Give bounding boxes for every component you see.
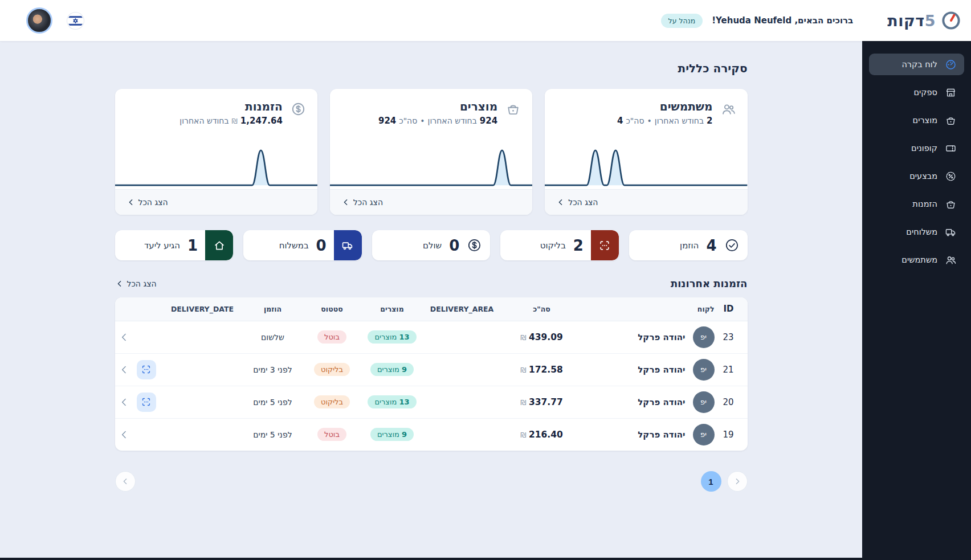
recent-orders-show-all-link[interactable]: הצג הכל	[115, 279, 157, 288]
pagination-pages: 1	[701, 471, 748, 492]
pagination-next-button[interactable]	[727, 471, 748, 492]
customer-name: יהודה פרקל	[638, 332, 685, 342]
ticket-icon	[945, 142, 957, 154]
separator-dot: •	[647, 116, 652, 125]
row-chevron-button[interactable]	[119, 397, 130, 408]
chevron-left-icon	[127, 198, 136, 207]
row-chevron-button[interactable]	[119, 332, 130, 343]
table-row[interactable]: 23יפיהודה פרקל439.09 ₪13 מוצריםבוטלשלשום	[115, 321, 748, 353]
top-bar: 5דקות ברוכים הבאים, Yehuda Neufeld! מנהל…	[0, 0, 971, 41]
ordered-time: לפני 5 ימים	[241, 418, 305, 451]
welcome-message: ברוכים הבאים, Yehuda Neufeld!	[712, 15, 853, 26]
truck-icon	[945, 226, 957, 238]
customer-avatar: יפ	[693, 326, 715, 348]
table-row[interactable]: 19יפיהודה פרקל216.40 ₪9 מוצריםבוטללפני 5…	[115, 418, 748, 451]
status-tile-paid[interactable]: 0שולם	[372, 230, 491, 260]
customer-avatar: יפ	[693, 359, 715, 381]
card-show-all-link[interactable]: הצג הכל	[545, 189, 747, 215]
status-tile-shipping[interactable]: 0במשלוח	[243, 230, 362, 260]
main-area: סקירה כללית משתמשים2בחודש האחרון•סה"כ4הצ…	[0, 41, 862, 560]
column-header: סה"כ	[499, 297, 585, 321]
sparkline-chart	[330, 146, 532, 189]
order-total: 172.58 ₪	[499, 353, 585, 386]
delivery-area-cell	[425, 386, 499, 418]
row-chevron-button[interactable]	[119, 364, 130, 375]
status-tile-ordered[interactable]: 4הוזמן	[629, 230, 748, 260]
table-row[interactable]: 21יפיהודה פרקל172.58 ₪9 מוצריםבליקוטלפני…	[115, 353, 748, 386]
column-header: מוצרים	[360, 297, 425, 321]
table-row[interactable]: 20יפיהודה פרקל337.77 ₪13 מוצריםבליקוטלפנ…	[115, 386, 748, 418]
delivery-date-cell	[164, 321, 241, 353]
sidebar-item-label: מוצרים	[913, 116, 937, 125]
app-logo[interactable]: 5דקות	[887, 10, 962, 31]
card-show-all-link[interactable]: הצג הכל	[115, 189, 317, 215]
card-total-label: סה"כ	[399, 116, 417, 125]
chevron-left-icon	[115, 279, 124, 288]
customer-name: יהודה פרקל	[638, 430, 685, 440]
sidebar-item-suppliers[interactable]: ספקים	[869, 81, 964, 103]
table-header: IDלקוחסה"כDELIVERY_AREAמוצריםסטטוסהוזמןD…	[115, 297, 748, 321]
user-avatar[interactable]	[26, 7, 52, 34]
role-badge: מנהל על	[661, 14, 703, 28]
language-flag-button[interactable]	[67, 13, 84, 29]
topbar-left-controls	[26, 7, 84, 34]
status-tile-label: הגיע ליעד	[144, 240, 180, 251]
column-header: לקוח	[585, 297, 715, 321]
sidebar-item-label: מבצעים	[909, 171, 937, 181]
column-header: סטטוס	[305, 297, 360, 321]
sidebar-item-users[interactable]: משתמשים	[869, 249, 964, 271]
customer-avatar: יפ	[693, 424, 715, 445]
pagination-page-1[interactable]: 1	[701, 471, 721, 492]
basket-icon	[945, 115, 957, 126]
status-chip: בליקוט	[314, 363, 350, 376]
users-icon	[721, 101, 736, 117]
status-tile-label: הוזמן	[680, 240, 699, 251]
greeting-area: ברוכים הבאים, Yehuda Neufeld! מנהל על	[661, 14, 854, 28]
sidebar-item-orders[interactable]: הזמנות	[869, 193, 964, 215]
sidebar-item-label: משלוחים	[906, 227, 937, 236]
order-id: 20	[715, 386, 748, 418]
products-chip: 9 מוצרים	[370, 428, 414, 441]
sidebar-item-promotions[interactable]: מבצעים	[869, 165, 964, 187]
scan-icon	[591, 230, 619, 260]
dashboard-icon	[945, 59, 957, 71]
column-header	[115, 297, 164, 321]
column-header: DELIVERY_AREA	[425, 297, 499, 321]
status-tile-value: 4	[706, 237, 716, 254]
card-subtitle: 924בחודש האחרון•סה"כ924	[378, 116, 497, 126]
pagination-prev-button[interactable]	[115, 471, 136, 492]
order-id: 19	[715, 418, 748, 451]
card-subtitle: 1,247.64₪בחודש האחרון	[179, 116, 282, 126]
sidebar-item-coupons[interactable]: קופונים	[869, 137, 964, 159]
card-month-value: 1,247.64	[240, 116, 283, 126]
chevron-left-icon	[556, 198, 565, 207]
status-tile-delivered[interactable]: 1הגיע ליעד	[115, 230, 234, 260]
sidebar-item-dashboard[interactable]: לוח בקרה	[869, 54, 964, 75]
card-total-value: 4	[617, 116, 623, 126]
show-all-label: הצג הכל	[138, 198, 168, 207]
recent-orders-title: הזמנות אחרונות	[671, 277, 748, 289]
sparkline-chart	[115, 146, 317, 189]
products-chip: 13 מוצרים	[368, 330, 416, 344]
status-tiles: 4הוזמן2בליקוט0שולם0במשלוח1הגיע ליעד	[115, 230, 748, 260]
dollar-icon	[467, 238, 482, 253]
row-chevron-button[interactable]	[119, 429, 130, 440]
truck-icon	[334, 230, 362, 260]
recent-orders-header: הזמנות אחרונות הצג הכל	[115, 277, 748, 289]
users-icon	[945, 254, 957, 266]
scan-button[interactable]	[137, 360, 156, 379]
sidebar-item-products[interactable]: מוצרים	[869, 109, 964, 131]
card-show-all-link[interactable]: הצג הכל	[330, 189, 532, 215]
scan-button[interactable]	[137, 393, 156, 412]
show-all-label: הצג הכל	[353, 198, 383, 207]
customer-name: יהודה פרקל	[638, 397, 685, 407]
status-tile-label: שולם	[423, 240, 442, 251]
delivery-area-cell	[425, 321, 499, 353]
store-icon	[945, 87, 957, 99]
status-tile-picking[interactable]: 2בליקוט	[500, 230, 619, 260]
sidebar-item-deliveries[interactable]: משלוחים	[869, 221, 964, 243]
show-all-label: הצג הכל	[568, 198, 598, 207]
show-all-label: הצג הכל	[127, 279, 157, 288]
status-chip: בוטל	[317, 330, 346, 344]
check-circle-icon	[724, 238, 740, 253]
